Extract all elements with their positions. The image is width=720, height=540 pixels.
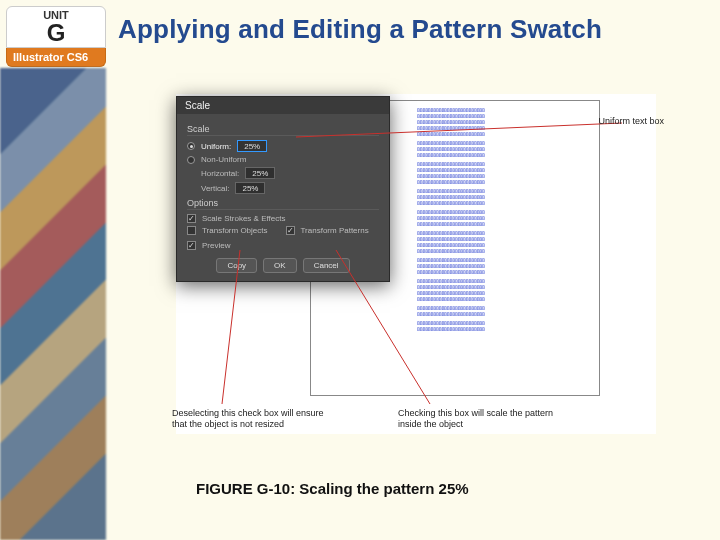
ok-button[interactable]: OK — [263, 258, 297, 273]
dialog-button-row: Copy OK Cancel — [187, 258, 379, 273]
scale-group-label: Scale — [187, 124, 379, 136]
copy-button[interactable]: Copy — [216, 258, 257, 273]
figure-caption: FIGURE G-10: Scaling the pattern 25% — [196, 480, 469, 497]
unit-badge: UNIT G Illustrator CS6 — [6, 6, 106, 67]
preview-checkbox[interactable]: ✓ — [187, 241, 196, 250]
deselect-annotation: Deselecting this check box will ensure t… — [172, 408, 328, 431]
horizontal-row: Horizontal: 25% — [187, 167, 379, 179]
transform-patterns-checkbox[interactable]: ✓ — [286, 226, 295, 235]
uniform-label: Uniform: — [201, 142, 231, 151]
preview-label: Preview — [202, 241, 230, 250]
vertical-label: Vertical: — [201, 184, 229, 193]
pattern-scale-annotation: Checking this box will scale the pattern… — [398, 408, 558, 431]
slide-title: Applying and Editing a Pattern Swatch — [118, 14, 602, 45]
transform-patterns-label: Transform Patterns — [301, 226, 369, 235]
nonuniform-radio[interactable] — [187, 156, 195, 164]
preview-row: ✓ Preview — [187, 241, 379, 250]
unit-product-label: Illustrator CS6 — [6, 48, 106, 67]
patterned-object: BBBBBBBBBBBBBBBBBBBBBBBBBBBBBBBBBBBBBBBB… — [417, 107, 599, 335]
vertical-row: Vertical: 25% — [187, 182, 379, 194]
transform-objects-label: Transform Objects — [202, 226, 268, 235]
nonuniform-label: Non-Uniform — [201, 155, 246, 164]
uniform-input[interactable]: 25% — [237, 140, 267, 152]
unit-header: UNIT G — [6, 6, 106, 48]
scale-strokes-checkbox[interactable]: ✓ — [187, 214, 196, 223]
uniform-row: Uniform: 25% — [187, 140, 379, 152]
options-group-label: Options — [187, 198, 379, 210]
uniform-annotation: Uniform text box — [598, 116, 664, 127]
uniform-radio[interactable] — [187, 142, 195, 150]
scale-dialog: Scale Scale Uniform: 25% Non-Uniform Hor… — [176, 96, 390, 282]
transform-row: Transform Objects ✓ Transform Patterns — [187, 226, 379, 235]
vertical-input[interactable]: 25% — [235, 182, 265, 194]
unit-letter: G — [7, 21, 105, 47]
scale-strokes-label: Scale Strokes & Effects — [202, 214, 285, 223]
horizontal-input[interactable]: 25% — [245, 167, 275, 179]
side-art — [0, 68, 106, 540]
horizontal-label: Horizontal: — [201, 169, 239, 178]
figure-area: BBBBBBBBBBBBBBBBBBBBBBBBBBBBBBBBBBBBBBBB… — [176, 94, 656, 434]
dialog-title: Scale — [177, 97, 389, 114]
nonuniform-row: Non-Uniform — [187, 155, 379, 164]
cancel-button[interactable]: Cancel — [303, 258, 350, 273]
transform-objects-checkbox[interactable] — [187, 226, 196, 235]
scale-strokes-row: ✓ Scale Strokes & Effects — [187, 214, 379, 223]
